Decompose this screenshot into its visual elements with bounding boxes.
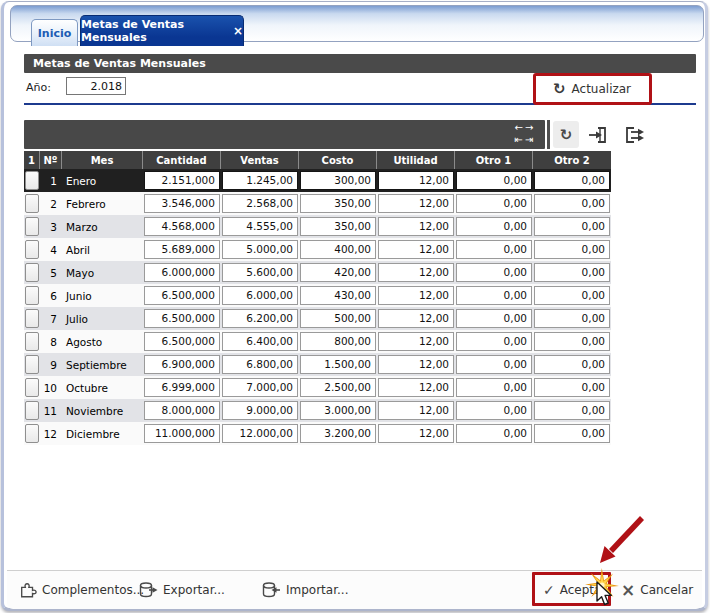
cell-costo[interactable]: 430,00 (300, 286, 376, 305)
table-row-mayo[interactable]: 5Mayo6.000,0005.600,00420,0012,000,000,0… (24, 261, 611, 284)
table-row-febrero[interactable]: 2Febrero3.546,0002.568,00350,0012,000,00… (24, 192, 611, 215)
column-header-costo[interactable]: Costo (299, 151, 377, 169)
cell-costo[interactable]: 3.000,00 (300, 401, 376, 420)
row-selector-button[interactable] (25, 286, 39, 305)
row-selector-button[interactable] (25, 217, 39, 236)
cell-otro-1[interactable]: 0,00 (456, 171, 532, 190)
cell-utilidad[interactable]: 12,00 (378, 217, 454, 236)
cell-costo[interactable]: 3.200,00 (300, 424, 376, 443)
cell-ventas[interactable]: 5.000,00 (222, 240, 298, 259)
row-selector-button[interactable] (25, 332, 39, 351)
cell-ventas[interactable]: 4.555,00 (222, 217, 298, 236)
cell-otro-1[interactable]: 0,00 (456, 194, 532, 213)
cell-cantidad[interactable]: 3.546,000 (144, 194, 220, 213)
cell-costo[interactable]: 500,00 (300, 309, 376, 328)
cell-otro-2[interactable]: 0,00 (534, 171, 610, 190)
column-header-utilidad[interactable]: Utilidad (377, 151, 455, 169)
cell-cantidad[interactable]: 4.568,000 (144, 217, 220, 236)
cell-otro-1[interactable]: 0,00 (456, 240, 532, 259)
cell-costo[interactable]: 400,00 (300, 240, 376, 259)
cell-ventas[interactable]: 6.000,00 (222, 286, 298, 305)
row-selector-button[interactable] (25, 424, 39, 443)
cell-costo[interactable]: 800,00 (300, 332, 376, 351)
cell-cantidad[interactable]: 6.000,000 (144, 263, 220, 282)
cell-cantidad[interactable]: 6.900,000 (144, 355, 220, 374)
year-input[interactable] (66, 77, 126, 95)
last-column-icon[interactable]: ⇥ (525, 134, 535, 145)
cell-cantidad[interactable]: 6.500,000 (144, 309, 220, 328)
next-column-icon[interactable]: → (525, 122, 535, 133)
grid-nav-arrows[interactable]: ←→ ⇤⇥ (509, 122, 541, 146)
cell-costo[interactable]: 350,00 (300, 217, 376, 236)
cell-costo[interactable]: 1.500,00 (300, 355, 376, 374)
cell-utilidad[interactable]: 12,00 (378, 194, 454, 213)
row-selector-button[interactable] (25, 309, 39, 328)
cell-otro-2[interactable]: 0,00 (534, 194, 610, 213)
column-header-otro-2[interactable]: Otro 2 (533, 151, 611, 169)
cancelar-button[interactable]: × Cancelar (621, 571, 693, 609)
cell-cantidad[interactable]: 5.689,000 (144, 240, 220, 259)
table-row-octubre[interactable]: 10Octubre6.999,0007.000,002.500,0012,000… (24, 376, 611, 399)
cell-ventas[interactable]: 5.600,00 (222, 263, 298, 282)
cell-otro-2[interactable]: 0,00 (534, 424, 610, 443)
table-row-septiembre[interactable]: 9Septiembre6.900,0006.800,001.500,0012,0… (24, 353, 611, 376)
row-selector-button[interactable] (25, 171, 39, 190)
aceptar-button[interactable]: ✓ Aceptar (543, 571, 606, 609)
exportar-button[interactable]: Exportar... (138, 571, 225, 609)
grid-import-button[interactable] (585, 121, 611, 148)
cell-otro-1[interactable]: 0,00 (456, 286, 532, 305)
cell-otro-1[interactable]: 0,00 (456, 217, 532, 236)
cell-ventas[interactable]: 6.400,00 (222, 332, 298, 351)
cell-costo[interactable]: 420,00 (300, 263, 376, 282)
cell-cantidad[interactable]: 11.000,000 (144, 424, 220, 443)
cell-utilidad[interactable]: 12,00 (378, 171, 454, 190)
cell-cantidad[interactable]: 2.151,000 (144, 171, 220, 190)
cell-otro-2[interactable]: 0,00 (534, 309, 610, 328)
table-row-marzo[interactable]: 3Marzo4.568,0004.555,00350,0012,000,000,… (24, 215, 611, 238)
cell-cantidad[interactable]: 6.500,000 (144, 286, 220, 305)
row-selector-button[interactable] (25, 240, 39, 259)
table-row-agosto[interactable]: 8Agosto6.500,0006.400,00800,0012,000,000… (24, 330, 611, 353)
cell-cantidad[interactable]: 6.999,000 (144, 378, 220, 397)
cell-otro-1[interactable]: 0,00 (456, 332, 532, 351)
cell-costo[interactable]: 2.500,00 (300, 378, 376, 397)
row-selector-button[interactable] (25, 378, 39, 397)
cell-cantidad[interactable]: 6.500,000 (144, 332, 220, 351)
cell-utilidad[interactable]: 12,00 (378, 286, 454, 305)
prev-column-icon[interactable]: ← (515, 122, 525, 133)
cell-otro-1[interactable]: 0,00 (456, 424, 532, 443)
close-tab-icon[interactable]: × (233, 25, 243, 37)
column-header-n-[interactable]: Nº (40, 151, 62, 169)
cell-otro-2[interactable]: 0,00 (534, 217, 610, 236)
cell-utilidad[interactable]: 12,00 (378, 355, 454, 374)
column-header-otro-1[interactable]: Otro 1 (455, 151, 533, 169)
table-row-diciembre[interactable]: 12Diciembre11.000,00012.000,003.200,0012… (24, 422, 611, 445)
table-row-julio[interactable]: 7Julio6.500,0006.200,00500,0012,000,000,… (24, 307, 611, 330)
table-row-enero[interactable]: 1Enero2.151,0001.245,00300,0012,000,000,… (24, 169, 611, 192)
cell-costo[interactable]: 300,00 (300, 171, 376, 190)
cell-utilidad[interactable]: 12,00 (378, 424, 454, 443)
cell-otro-2[interactable]: 0,00 (534, 401, 610, 420)
cell-utilidad[interactable]: 12,00 (378, 309, 454, 328)
cell-ventas[interactable]: 7.000,00 (222, 378, 298, 397)
row-selector-button[interactable] (25, 263, 39, 282)
cell-otro-2[interactable]: 0,00 (534, 286, 610, 305)
row-selector-button[interactable] (25, 401, 39, 420)
cell-otro-1[interactable]: 0,00 (456, 263, 532, 282)
cell-utilidad[interactable]: 12,00 (378, 332, 454, 351)
cell-utilidad[interactable]: 12,00 (378, 263, 454, 282)
cell-utilidad[interactable]: 12,00 (378, 378, 454, 397)
table-row-junio[interactable]: 6Junio6.500,0006.000,00430,0012,000,000,… (24, 284, 611, 307)
cell-utilidad[interactable]: 12,00 (378, 240, 454, 259)
cell-otro-1[interactable]: 0,00 (456, 355, 532, 374)
cell-costo[interactable]: 350,00 (300, 194, 376, 213)
cell-otro-2[interactable]: 0,00 (534, 263, 610, 282)
column-header-cantidad[interactable]: Cantidad (143, 151, 221, 169)
cell-otro-1[interactable]: 0,00 (456, 401, 532, 420)
tab-inicio[interactable]: Inicio (31, 19, 78, 46)
cell-ventas[interactable]: 6.800,00 (222, 355, 298, 374)
column-header-1[interactable]: 1 (24, 151, 40, 169)
cell-ventas[interactable]: 6.200,00 (222, 309, 298, 328)
actualizar-button[interactable]: ↻ Actualizar (538, 78, 646, 100)
cell-otro-2[interactable]: 0,00 (534, 332, 610, 351)
